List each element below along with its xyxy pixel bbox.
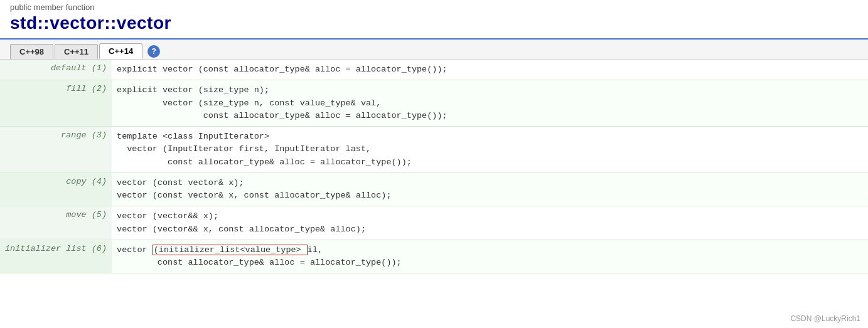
page-wrapper: public member function std::vector::vect… bbox=[0, 0, 868, 328]
code-line-5-1: const allocator_type& alloc = allocator_… bbox=[117, 257, 863, 269]
code-line-2-2: const allocator_type& alloc = allocator_… bbox=[117, 156, 863, 169]
code-line-4-1: vector (vector&& x, const allocator_type… bbox=[117, 223, 863, 236]
code-line-3-1: vector (const vector& x, const allocator… bbox=[117, 189, 863, 202]
code-line-1-1: vector (size_type n, const value_type& v… bbox=[117, 97, 863, 110]
code-line-1-0: explicit vector (size_type n); bbox=[117, 84, 863, 97]
tabs-section: C++98 C++11 C++14 ? bbox=[0, 40, 868, 60]
row-label-5: initializer list (6) bbox=[0, 240, 112, 273]
tab-cpp14[interactable]: C++14 bbox=[99, 43, 142, 59]
tab-cpp98[interactable]: C++98 bbox=[10, 44, 53, 59]
page-subtitle: public member function bbox=[10, 3, 858, 12]
page-title: std::vector::vector bbox=[10, 13, 858, 33]
row-label-0: default (1) bbox=[0, 60, 112, 80]
code-line-2-0: template <class InputIterator> bbox=[117, 130, 863, 143]
highlight-span: (initializer_list<value_type> bbox=[153, 245, 308, 255]
code-line-5-0: vector (initializer_list<value_type> il, bbox=[117, 244, 863, 257]
row-label-3: copy (4) bbox=[0, 172, 112, 206]
header-section: public member function std::vector::vect… bbox=[0, 0, 868, 40]
row-code-3: vector (const vector& x);vector (const v… bbox=[112, 172, 868, 206]
code-line-0-0: explicit vector (const allocator_type& a… bbox=[117, 63, 863, 76]
content-table: default (1)explicit vector (const alloca… bbox=[0, 60, 868, 273]
row-code-2: template <class InputIterator> vector (I… bbox=[112, 127, 868, 173]
tab-cpp11[interactable]: C++11 bbox=[55, 44, 98, 59]
code-line-3-0: vector (const vector& x); bbox=[117, 177, 863, 189]
row-label-4: move (5) bbox=[0, 206, 112, 240]
code-line-1-2: const allocator_type& alloc = allocator_… bbox=[117, 110, 863, 122]
code-line-4-0: vector (vector&& x); bbox=[117, 210, 863, 223]
row-code-0: explicit vector (const allocator_type& a… bbox=[112, 60, 868, 80]
row-label-1: fill (2) bbox=[0, 80, 112, 127]
help-icon[interactable]: ? bbox=[147, 45, 160, 58]
code-line-2-1: vector (InputIterator first, InputIterat… bbox=[117, 143, 863, 156]
row-label-2: range (3) bbox=[0, 127, 112, 173]
watermark: CSDN @LuckyRich1 bbox=[790, 314, 860, 323]
row-code-1: explicit vector (size_type n); vector (s… bbox=[112, 80, 868, 127]
row-code-4: vector (vector&& x);vector (vector&& x, … bbox=[112, 206, 868, 240]
row-code-5: vector (initializer_list<value_type> il,… bbox=[112, 240, 868, 273]
